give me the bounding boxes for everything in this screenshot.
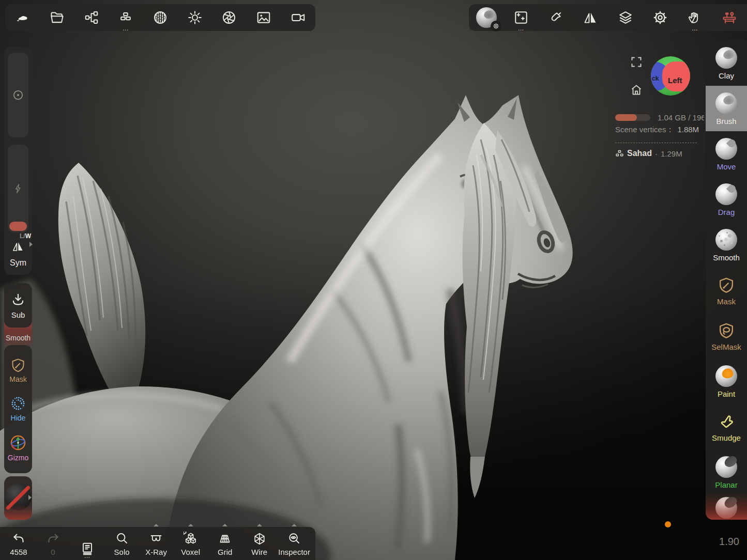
caret-up-icon <box>154 524 159 526</box>
xray-toggle[interactable]: X-Ray <box>141 527 172 560</box>
notes-more-dots: … <box>84 553 91 559</box>
topology-icon[interactable]: … <box>114 6 138 29</box>
settings-gear-icon[interactable] <box>648 6 672 29</box>
stroke-falloff-button[interactable] <box>4 476 32 520</box>
wireframe-toggle[interactable]: Wire <box>244 527 275 560</box>
background-image-icon[interactable] <box>252 6 276 29</box>
wireframe-hexagon-icon <box>252 532 267 546</box>
zoom-level-label: 1.90 <box>715 536 739 548</box>
tool-paint[interactable]: Paint <box>706 359 747 404</box>
undo-arrow-icon <box>11 532 26 546</box>
caret-up-icon <box>292 524 297 526</box>
selmask-shield-icon <box>717 321 736 340</box>
viewcube-back-label: ck <box>652 75 659 82</box>
material-gear-icon <box>491 21 501 32</box>
smooth-sphere-icon <box>715 229 737 251</box>
tool-mask[interactable]: Mask <box>706 268 747 313</box>
grid-toggle[interactable]: Grid <box>209 527 240 560</box>
radius-slider[interactable] <box>8 53 28 137</box>
move-sphere-icon <box>715 138 737 160</box>
object-name: Sahad <box>627 149 652 158</box>
stylus-cursor-dot <box>665 521 671 527</box>
active-object-row[interactable]: Sahad · 1.29M <box>615 149 682 158</box>
hand-more-dots: … <box>692 25 698 32</box>
inspector-eye-magnifier-icon <box>287 532 301 546</box>
brush-sphere-icon <box>715 92 737 114</box>
gizmo-mode-button[interactable]: Gizmo <box>8 433 28 461</box>
gizmo-axes-icon <box>9 433 27 452</box>
app-logo-icon[interactable] <box>10 6 34 29</box>
scene-graph-icon[interactable] <box>80 6 103 29</box>
caret-up-icon <box>188 524 193 526</box>
smooth-quick-label: Smooth <box>4 334 32 342</box>
layers-icon[interactable] <box>614 6 637 29</box>
mask-shield-icon <box>10 357 26 374</box>
viewcube-left-label: Left <box>668 76 682 85</box>
camera-aperture-icon[interactable] <box>217 6 241 29</box>
object-vertex-count: 1.29M <box>661 149 682 158</box>
camera-video-icon[interactable] <box>286 6 310 29</box>
home-icon[interactable] <box>630 84 643 96</box>
intensity-bolt-icon <box>12 182 24 195</box>
tool-move[interactable]: Move <box>706 131 747 177</box>
sym-label: Sym <box>4 258 32 268</box>
mask-shield-icon <box>717 276 736 294</box>
tool-selmask[interactable]: SelMask <box>706 313 747 359</box>
scene-vertices-row: Scene vertices：1.88M <box>615 125 699 135</box>
tool-partial-next[interactable] <box>715 497 737 519</box>
topology-more-dots: … <box>123 25 129 32</box>
memory-usage-fill <box>615 114 637 121</box>
paint-sphere-icon <box>715 365 737 387</box>
matcap-sphere-icon[interactable] <box>148 6 172 29</box>
voxel-button[interactable]: Voxel <box>175 527 206 560</box>
top-left-toolbar: … <box>5 4 315 31</box>
undo-button[interactable]: 4558 <box>3 527 34 560</box>
tool-smooth[interactable]: Smooth <box>706 222 747 268</box>
brush-tools-sidebar: Clay Brush Move Drag Smooth Mask SelMask… <box>706 40 747 520</box>
paintbrush-icon[interactable] <box>544 6 568 29</box>
fullscreen-icon[interactable] <box>630 56 643 68</box>
mask-mode-label: Mask <box>9 376 26 383</box>
solo-toggle[interactable]: Solo <box>106 527 138 560</box>
radius-icon <box>12 89 24 101</box>
symmetry-icon[interactable] <box>578 6 602 29</box>
inspector-button[interactable]: Inspector <box>278 527 310 560</box>
caret-up-icon <box>222 524 227 526</box>
planar-sphere-icon <box>715 456 737 478</box>
solo-magnifier-icon <box>115 532 129 546</box>
gizmo-mode-label: Gizmo <box>8 454 28 461</box>
hide-dotted-sphere-icon <box>9 395 27 412</box>
sub-arrow-icon <box>10 292 26 307</box>
view-orientation-sphere[interactable]: ck Left <box>651 56 690 96</box>
memory-usage-bar <box>615 114 650 121</box>
material-sphere-button[interactable] <box>475 6 498 29</box>
mask-mode-button[interactable]: Mask <box>9 357 26 383</box>
undo-count: 4558 <box>10 548 27 557</box>
scene-vertices-label: Scene vertices： <box>615 125 674 134</box>
notes-button[interactable]: … <box>72 527 103 560</box>
redo-button[interactable]: 0 <box>38 527 69 560</box>
hide-mode-button[interactable]: Hide <box>9 395 27 422</box>
tool-drag[interactable]: Drag <box>706 177 747 222</box>
memory-usage-text: 1.04 GB / 196 M <box>658 113 704 122</box>
lighting-sun-icon[interactable] <box>183 6 207 29</box>
drag-sphere-icon <box>715 183 737 205</box>
files-folder-icon[interactable] <box>45 6 69 29</box>
tool-brush[interactable]: Brush <box>706 86 747 131</box>
toolbox-icon[interactable] <box>718 6 741 29</box>
sym-flyout-arrow-icon <box>29 242 33 247</box>
tool-clay[interactable]: Clay <box>706 40 747 86</box>
stamp-alpha-icon[interactable]: … <box>509 6 533 29</box>
grid-plane-icon <box>218 532 232 546</box>
tool-planar[interactable]: Planar <box>706 449 747 495</box>
tool-smudge[interactable]: Smudge <box>706 404 747 449</box>
sub-mode-button[interactable]: Sub <box>4 283 32 328</box>
redo-count: 0 <box>51 548 55 557</box>
object-mesh-icon <box>615 150 624 158</box>
clay-sphere-icon <box>715 47 737 69</box>
hide-mode-label: Hide <box>11 414 26 422</box>
intensity-slider[interactable] <box>8 145 28 232</box>
hand-gestures-icon[interactable]: … <box>683 6 707 29</box>
smudge-finger-icon <box>717 412 736 431</box>
intensity-fill <box>9 222 27 231</box>
